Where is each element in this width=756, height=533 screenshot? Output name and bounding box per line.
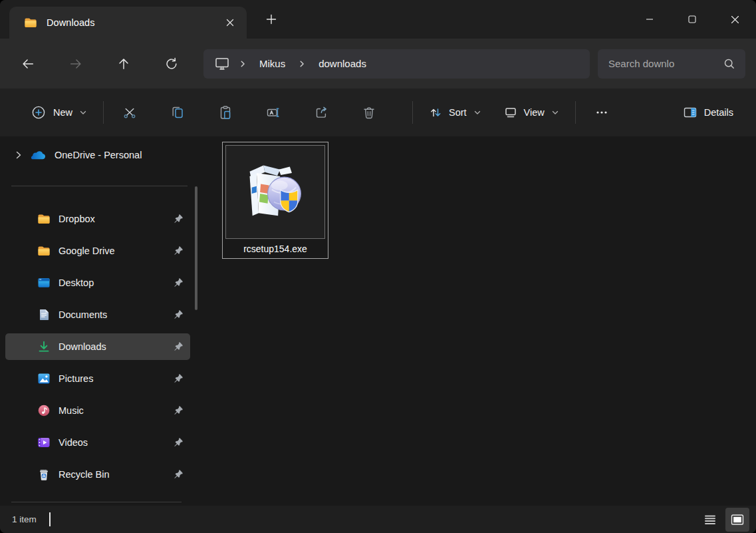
sidebar-item-recycle-bin[interactable]: Recycle Bin: [5, 461, 190, 488]
search-input[interactable]: [608, 58, 723, 69]
sidebar-item-label: Pictures: [59, 373, 173, 384]
file-explorer-window: Downloads: [0, 0, 756, 533]
pin-icon[interactable]: [173, 309, 184, 320]
folder-icon: [37, 244, 51, 258]
rename-button[interactable]: [258, 98, 289, 126]
breadcrumb-segment-downloads[interactable]: downloads: [315, 55, 370, 72]
ellipsis-icon: [594, 105, 609, 120]
paste-button[interactable]: [210, 98, 241, 126]
details-button[interactable]: Details: [678, 98, 739, 126]
maximize-icon: [688, 15, 696, 23]
list-lines-icon: [703, 513, 717, 526]
share-button[interactable]: [306, 98, 336, 126]
pin-icon[interactable]: [173, 437, 184, 448]
sidebar-item-label: Documents: [59, 309, 173, 320]
search-box: [598, 49, 745, 79]
videos-icon: [37, 436, 51, 449]
details-view-button[interactable]: [700, 510, 720, 530]
toolbar-separator: [575, 101, 576, 124]
new-tab-button[interactable]: [260, 8, 283, 31]
sidebar-scrollbar[interactable]: [195, 186, 197, 310]
sidebar-item-label: Dropbox: [59, 214, 173, 224]
tab-downloads[interactable]: Downloads: [9, 7, 247, 39]
expand-chevron-icon[interactable]: [13, 150, 24, 160]
trash-icon: [362, 105, 376, 120]
close-icon: [731, 15, 739, 24]
statusbar: 1 item: [0, 506, 756, 533]
sidebar-item-google-drive[interactable]: Google Drive: [5, 238, 190, 264]
titlebar: Downloads: [0, 0, 756, 39]
delete-button[interactable]: [354, 98, 384, 126]
sidebar-item-label: OneDrive - Personal: [55, 150, 142, 160]
sidebar-item-dropbox[interactable]: Dropbox: [5, 206, 190, 232]
sidebar-item-label: Google Drive: [59, 246, 173, 256]
minimize-button[interactable]: [628, 0, 671, 39]
thumbnail-rect-icon: [730, 512, 745, 527]
sidebar-item-music[interactable]: Music: [5, 397, 190, 424]
pin-icon[interactable]: [173, 277, 184, 288]
recycle-bin-icon: [37, 468, 51, 481]
sort-button-label: Sort: [449, 107, 467, 118]
statusbar-divider: [49, 512, 51, 526]
address-bar[interactable]: Mikus downloads: [203, 49, 590, 79]
thumbnail-view-button[interactable]: [725, 508, 749, 532]
forward-button[interactable]: [60, 49, 92, 79]
cut-button[interactable]: [114, 98, 145, 126]
paste-icon: [218, 105, 233, 120]
arrow-right-icon: [68, 57, 83, 71]
file-list-area[interactable]: rcsetup154.exe: [199, 136, 756, 506]
sidebar-item-documents[interactable]: Documents: [5, 301, 190, 328]
maximize-button[interactable]: [671, 0, 713, 39]
view-button[interactable]: View: [499, 98, 565, 126]
refresh-button[interactable]: [156, 49, 188, 79]
minimize-icon: [646, 15, 654, 23]
sidebar-item-pictures[interactable]: Pictures: [5, 365, 190, 392]
pin-icon[interactable]: [173, 373, 184, 384]
window-controls: [628, 0, 756, 39]
sidebar-item-onedrive[interactable]: OneDrive - Personal: [5, 142, 190, 168]
pin-icon[interactable]: [173, 469, 184, 480]
file-thumbnail: [225, 145, 325, 239]
refresh-icon: [164, 57, 179, 71]
search-icon: [723, 57, 736, 71]
view-icon: [504, 106, 517, 119]
plus-circle-icon: [31, 104, 47, 120]
chevron-down-icon: [473, 108, 481, 116]
chevron-right-icon: [238, 59, 247, 69]
plus-icon: [265, 13, 277, 25]
view-button-label: View: [524, 107, 545, 118]
downloads-icon: [37, 340, 51, 353]
file-item-rcsetup[interactable]: rcsetup154.exe: [222, 142, 328, 259]
window-body: OneDrive - Personal Dropbox: [0, 136, 756, 506]
sidebar: OneDrive - Personal Dropbox: [0, 136, 199, 506]
chevron-right-icon: [297, 59, 307, 69]
onedrive-cloud-icon: [31, 150, 47, 161]
close-icon: [225, 17, 235, 28]
toolbar-separator: [103, 101, 104, 124]
up-button[interactable]: [108, 49, 140, 79]
more-button[interactable]: [586, 98, 617, 126]
new-button[interactable]: New: [25, 98, 92, 126]
arrow-up-icon: [116, 57, 131, 71]
share-icon: [314, 105, 328, 120]
copy-button[interactable]: [162, 98, 193, 126]
sidebar-item-downloads[interactable]: Downloads: [5, 333, 190, 360]
folder-icon: [37, 212, 51, 226]
pin-icon[interactable]: [173, 246, 184, 256]
pin-icon[interactable]: [173, 341, 184, 352]
close-button[interactable]: [713, 0, 756, 39]
toolbar-separator: [412, 101, 413, 124]
pin-icon[interactable]: [173, 405, 184, 416]
scissors-icon: [122, 105, 137, 120]
sidebar-item-desktop[interactable]: Desktop: [5, 269, 190, 296]
sort-button[interactable]: Sort: [424, 98, 487, 126]
pin-icon[interactable]: [173, 214, 184, 224]
sidebar-item-label: Recycle Bin: [59, 469, 173, 480]
breadcrumb-segment-mikus[interactable]: Mikus: [255, 55, 289, 72]
desktop-icon: [37, 276, 51, 289]
sidebar-item-videos[interactable]: Videos: [5, 429, 190, 456]
back-button[interactable]: [12, 49, 44, 79]
sidebar-pinned-list: Dropbox Google Drive: [0, 206, 199, 488]
documents-icon: [37, 308, 51, 321]
tab-close-button[interactable]: [220, 13, 240, 33]
